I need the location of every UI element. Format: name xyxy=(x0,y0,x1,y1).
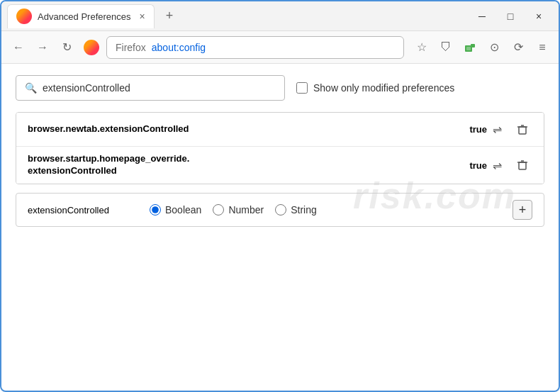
radio-boolean[interactable]: Boolean xyxy=(150,204,201,215)
history-icon[interactable]: ⟳ xyxy=(509,38,527,57)
extension-icon[interactable] xyxy=(461,38,479,57)
toolbar-icons: ☆ ⛉ ⊙ ⟳ ≡ xyxy=(413,38,551,57)
svg-rect-3 xyxy=(519,127,526,134)
firefox-favicon xyxy=(16,9,32,24)
pref-actions: ⇌ xyxy=(487,155,532,175)
menu-button[interactable]: ≡ xyxy=(533,38,551,57)
delete-button[interactable] xyxy=(513,120,532,140)
content-area: 🔍 Show only modified preferences browser… xyxy=(1,64,559,238)
shield-icon[interactable]: ⛉ xyxy=(437,38,455,57)
bookmark-icon[interactable]: ☆ xyxy=(413,38,431,57)
address-url: about:config xyxy=(152,42,206,53)
new-preference-row: extensionControlled Boolean Number Strin… xyxy=(16,193,544,227)
new-tab-button[interactable]: + xyxy=(160,7,179,25)
browser-name: Firefox xyxy=(116,42,146,53)
forward-button[interactable]: → xyxy=(33,38,52,57)
search-container[interactable]: 🔍 xyxy=(16,75,285,101)
window-controls: ─ □ × xyxy=(474,8,553,25)
radio-boolean-label: Boolean xyxy=(165,204,201,215)
svg-rect-6 xyxy=(519,162,526,169)
address-bar[interactable]: Firefox about:config xyxy=(106,36,404,59)
svg-rect-1 xyxy=(471,44,475,47)
toggle-button[interactable]: ⇌ xyxy=(487,155,507,175)
radio-number[interactable]: Number xyxy=(213,204,264,215)
tab-title: Advanced Preferences xyxy=(38,11,131,22)
tab-close-button[interactable]: × xyxy=(140,11,145,22)
pref-name-line2: extensionControlled xyxy=(28,165,458,177)
delete-button[interactable] xyxy=(513,155,532,175)
svg-rect-2 xyxy=(466,47,471,50)
minimize-button[interactable]: ─ xyxy=(474,8,491,25)
browser-tab[interactable]: Advanced Preferences × xyxy=(7,4,155,28)
type-radio-group: Boolean Number String xyxy=(150,204,317,215)
search-icon: 🔍 xyxy=(25,82,37,94)
maximize-button[interactable]: □ xyxy=(502,8,519,25)
table-row: browser.startup.homepage_override. exten… xyxy=(16,147,544,184)
reload-button[interactable]: ↻ xyxy=(57,38,77,57)
radio-number-label: Number xyxy=(228,204,264,215)
pref-name: browser.newtab.extensionControlled xyxy=(28,123,458,135)
radio-string[interactable]: String xyxy=(275,204,317,215)
add-preference-button[interactable]: + xyxy=(513,200,532,220)
pref-value: true xyxy=(458,124,487,135)
show-modified-label[interactable]: Show only modified preferences xyxy=(296,82,454,94)
pref-name-line1: browser.startup.homepage_override. xyxy=(28,153,458,165)
back-button[interactable]: ← xyxy=(9,38,28,57)
new-pref-name: extensionControlled xyxy=(28,205,141,215)
radio-string-label: String xyxy=(291,204,317,215)
preferences-table: browser.newtab.extensionControlled true … xyxy=(16,112,544,184)
firefox-logo xyxy=(84,40,99,55)
search-row: 🔍 Show only modified preferences xyxy=(16,75,544,101)
download-icon[interactable]: ⊙ xyxy=(485,38,503,57)
show-modified-text: Show only modified preferences xyxy=(313,82,454,94)
table-row: browser.newtab.extensionControlled true … xyxy=(16,113,544,147)
title-bar: Advanced Preferences × + ─ □ × xyxy=(1,1,559,31)
toggle-button[interactable]: ⇌ xyxy=(487,120,507,140)
search-input[interactable] xyxy=(43,82,276,94)
show-modified-checkbox[interactable] xyxy=(296,82,308,94)
pref-actions: ⇌ xyxy=(487,120,532,140)
navigation-bar: ← → ↻ Firefox about:config ☆ ⛉ ⊙ ⟳ ≡ xyxy=(1,31,559,64)
pref-value: true xyxy=(458,160,487,171)
close-button[interactable]: × xyxy=(530,8,547,25)
